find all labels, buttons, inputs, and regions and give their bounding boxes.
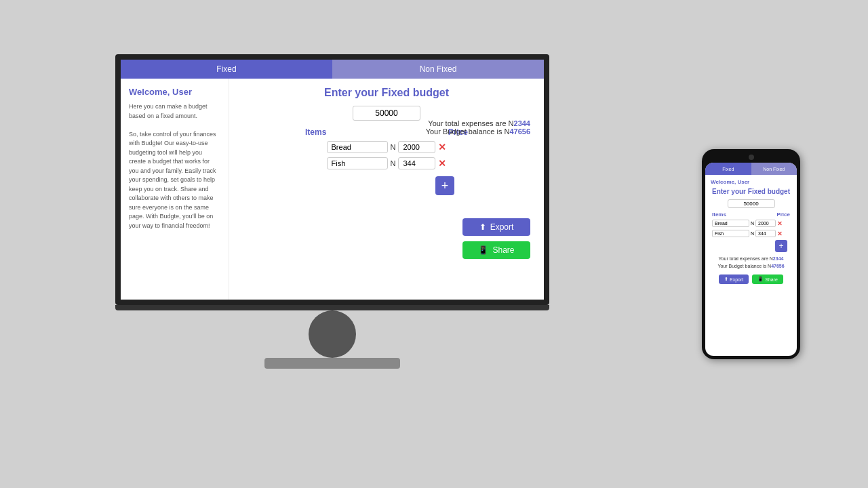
total-expenses-text: Your total expenses are N2344 bbox=[426, 119, 530, 127]
phone-items-header: Items Price bbox=[712, 211, 790, 218]
phone-expenses-value: 2344 bbox=[773, 256, 784, 261]
sidebar-welcome: Welcome, User bbox=[129, 87, 220, 97]
phone-item-price-2[interactable] bbox=[755, 230, 776, 237]
phone: Fixed Non Fixed Welcome, User Enter your… bbox=[702, 149, 800, 359]
monitor-stand bbox=[115, 310, 549, 369]
item-row-1: N ✕ bbox=[327, 141, 447, 153]
phone-budget-input[interactable] bbox=[728, 199, 775, 208]
share-button[interactable]: 📱 Share bbox=[462, 241, 530, 259]
item-name-input-2[interactable] bbox=[327, 157, 388, 169]
phone-tab-non-fixed[interactable]: Non Fixed bbox=[751, 163, 797, 175]
phone-content: Welcome, User Enter your Fixed budget It… bbox=[705, 175, 797, 288]
phone-items-column-label: Items bbox=[712, 211, 726, 218]
tab-non-fixed[interactable]: Non Fixed bbox=[332, 60, 544, 79]
add-item-button[interactable]: + bbox=[435, 176, 454, 195]
currency-label-1: N bbox=[391, 143, 396, 151]
tab-bar: Fixed Non Fixed bbox=[121, 60, 544, 79]
monitor-screen: Fixed Non Fixed Welcome, User Here you c… bbox=[115, 54, 549, 305]
total-expenses-value: 2344 bbox=[514, 119, 530, 127]
phone-export-icon: ⬆ bbox=[724, 277, 728, 282]
currency-label-2: N bbox=[391, 159, 396, 167]
phone-balance-value: 47656 bbox=[771, 264, 784, 268]
phone-totals: Your total expenses are N2344 Your Budge… bbox=[717, 255, 784, 270]
phone-item-row-1: N ✕ bbox=[712, 220, 790, 227]
monitor-circle-stand bbox=[309, 310, 356, 358]
app-body: Welcome, User Here you can make a budget… bbox=[121, 79, 544, 300]
item-price-input-2[interactable] bbox=[398, 157, 435, 169]
phone-currency-1: N bbox=[751, 221, 754, 226]
phone-actions: ⬆ Export 📱 Share bbox=[719, 274, 783, 284]
monitor: Fixed Non Fixed Welcome, User Here you c… bbox=[115, 54, 549, 369]
phone-share-button[interactable]: 📱 Share bbox=[752, 274, 783, 284]
phone-item-row-2: N ✕ bbox=[712, 230, 790, 237]
phone-share-icon: 📱 bbox=[757, 277, 764, 282]
phone-delete-1[interactable]: ✕ bbox=[777, 220, 783, 227]
phone-tab-bar: Fixed Non Fixed bbox=[705, 163, 797, 175]
sidebar: Welcome, User Here you can make a budget… bbox=[121, 79, 229, 300]
phone-camera bbox=[749, 155, 754, 160]
delete-item-1-button[interactable]: ✕ bbox=[438, 142, 446, 152]
app-ui: Fixed Non Fixed Welcome, User Here you c… bbox=[121, 60, 544, 300]
item-row-2: N ✕ bbox=[327, 157, 447, 169]
monitor-base bbox=[264, 358, 400, 369]
main-title: Enter your Fixed budget bbox=[324, 87, 449, 99]
budget-input[interactable] bbox=[353, 106, 420, 121]
main-content: Enter your Fixed budget Items Price N ✕ bbox=[229, 79, 544, 300]
phone-export-button[interactable]: ⬆ Export bbox=[719, 274, 749, 284]
item-name-input-1[interactable] bbox=[327, 141, 388, 153]
phone-body: Fixed Non Fixed Welcome, User Enter your… bbox=[702, 149, 800, 359]
scene: Fixed Non Fixed Welcome, User Here you c… bbox=[0, 0, 868, 488]
export-button[interactable]: ⬆ Export bbox=[462, 218, 530, 236]
tab-fixed[interactable]: Fixed bbox=[121, 60, 332, 79]
totals-section: Your total expenses are N2344 Your Budge… bbox=[426, 119, 530, 136]
phone-title: Enter your Fixed budget bbox=[712, 187, 790, 196]
phone-currency-2: N bbox=[751, 231, 754, 236]
phone-item-price-1[interactable] bbox=[755, 220, 776, 227]
phone-item-name-2[interactable] bbox=[712, 230, 749, 237]
share-icon: 📱 bbox=[478, 245, 488, 255]
phone-add-item-button[interactable]: + bbox=[775, 240, 787, 252]
phone-delete-2[interactable]: ✕ bbox=[777, 230, 783, 237]
items-column-header: Items bbox=[305, 127, 326, 137]
delete-item-2-button[interactable]: ✕ bbox=[438, 158, 446, 169]
phone-tab-fixed[interactable]: Fixed bbox=[705, 163, 751, 175]
budget-balance-value: 47656 bbox=[509, 127, 530, 136]
sidebar-description: Here you can make a budget based on a fi… bbox=[129, 102, 220, 230]
phone-welcome: Welcome, User bbox=[711, 179, 749, 185]
budget-balance-text: Your Budget balance is N47656 bbox=[426, 127, 530, 136]
monitor-bottom-bar bbox=[115, 305, 549, 310]
phone-price-column-label: Price bbox=[776, 211, 790, 218]
phone-item-name-1[interactable] bbox=[712, 220, 749, 227]
export-icon: ⬆ bbox=[479, 222, 486, 232]
phone-app: Fixed Non Fixed Welcome, User Enter your… bbox=[705, 163, 797, 356]
action-buttons: ⬆ Export 📱 Share bbox=[462, 218, 530, 259]
item-price-input-1[interactable] bbox=[398, 141, 435, 153]
phone-screen: Fixed Non Fixed Welcome, User Enter your… bbox=[705, 163, 797, 356]
